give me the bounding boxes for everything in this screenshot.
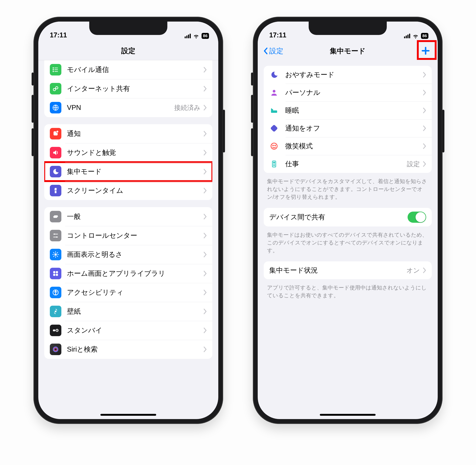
chevron-right-icon bbox=[203, 86, 207, 92]
row-siri[interactable]: Siriと検索 bbox=[44, 340, 212, 359]
row-focus-status[interactable]: 集中モード状況 オン bbox=[264, 261, 432, 279]
group-focus-modes: おやすみモードパーソナル睡眠通知をオフ微笑模式仕事設定 bbox=[264, 66, 432, 173]
row-label: 画面表示と明るさ bbox=[67, 250, 201, 259]
row-mobile[interactable]: モバイル通信 bbox=[44, 60, 212, 79]
row-label: スクリーンタイム bbox=[67, 186, 201, 195]
row-home[interactable]: ホーム画面とアプリライブラリ bbox=[44, 264, 212, 283]
wifi-icon bbox=[193, 33, 199, 39]
row-label: サウンドと触覚 bbox=[67, 148, 201, 157]
footer-text-2: 集中モードはお使いのすべてのデバイスで共有されているため、このデバイスでオンにす… bbox=[258, 231, 438, 254]
focus-row-smile[interactable]: 微笑模式 bbox=[264, 137, 432, 155]
chevron-right-icon bbox=[423, 72, 426, 77]
chevron-right-icon bbox=[423, 108, 426, 113]
chevron-right-icon bbox=[203, 271, 207, 276]
svg-rect-14 bbox=[53, 234, 58, 234]
notch bbox=[309, 21, 387, 35]
row-sounds[interactable]: サウンドと触覚 bbox=[44, 143, 212, 162]
chevron-right-icon bbox=[203, 169, 207, 174]
wallpaper-icon bbox=[50, 306, 61, 317]
page-title: 集中モード bbox=[330, 46, 366, 56]
row-label: ホーム画面とアプリライブラリ bbox=[67, 269, 201, 278]
svg-rect-18 bbox=[53, 271, 55, 273]
share-toggle[interactable] bbox=[408, 211, 426, 223]
chevron-right-icon bbox=[423, 268, 426, 273]
row-label: 通知をオフ bbox=[285, 124, 420, 133]
chevron-right-icon bbox=[203, 328, 207, 333]
row-label: 集中モード bbox=[67, 167, 201, 176]
battery-indicator: 86 bbox=[201, 33, 209, 39]
phone-right: 17:11 86 設定 集中モード おやすみモードパーソナル睡眠通知をオフ微笑模… bbox=[253, 17, 443, 424]
share-label: デバイス間で共有 bbox=[269, 212, 408, 222]
svg-rect-1 bbox=[54, 68, 58, 68]
row-label: 微笑模式 bbox=[285, 141, 420, 151]
focus-row-work[interactable]: 仕事設定 bbox=[264, 155, 432, 173]
focus-row-silence[interactable]: 通知をオフ bbox=[264, 119, 432, 137]
chevron-right-icon bbox=[423, 143, 426, 149]
row-screentime[interactable]: スクリーンタイム bbox=[44, 181, 212, 200]
row-notifications[interactable]: 通知 bbox=[44, 124, 212, 143]
home-indicator[interactable] bbox=[320, 414, 376, 416]
row-focus[interactable]: 集中モード bbox=[44, 162, 212, 181]
svg-point-10 bbox=[56, 130, 59, 133]
row-general[interactable]: 一般 bbox=[44, 207, 212, 226]
svg-point-17 bbox=[54, 254, 57, 256]
home-indicator[interactable] bbox=[100, 414, 156, 416]
nav-bar: 設定 集中モード bbox=[258, 42, 438, 60]
display-icon bbox=[50, 249, 61, 260]
svg-rect-20 bbox=[53, 274, 55, 276]
row-standby[interactable]: スタンバイ bbox=[44, 321, 212, 340]
focus-row-sleep[interactable]: 睡眠 bbox=[264, 102, 432, 119]
chevron-right-icon bbox=[203, 252, 207, 257]
svg-rect-16 bbox=[53, 237, 58, 237]
row-display[interactable]: 画面表示と明るさ bbox=[44, 245, 212, 264]
row-control-center[interactable]: コントロールセンター bbox=[44, 226, 212, 245]
svg-rect-11 bbox=[55, 188, 56, 190]
svg-rect-3 bbox=[54, 69, 58, 70]
focus-row-dnd[interactable]: おやすみモード bbox=[264, 66, 432, 84]
chevron-right-icon bbox=[203, 290, 207, 295]
screentime-icon bbox=[50, 185, 61, 196]
content[interactable]: おやすみモードパーソナル睡眠通知をオフ微笑模式仕事設定 集中モードでデバイスをカ… bbox=[258, 60, 438, 419]
hotspot-icon bbox=[50, 83, 61, 95]
back-label: 設定 bbox=[269, 46, 283, 56]
chevron-right-icon bbox=[423, 161, 426, 167]
vpn-icon bbox=[50, 102, 61, 113]
svg-rect-33 bbox=[270, 124, 278, 132]
siri-icon bbox=[50, 344, 61, 355]
notifications-icon bbox=[50, 128, 61, 139]
svg-point-0 bbox=[53, 67, 54, 68]
chevron-right-icon bbox=[203, 131, 207, 137]
row-label: スタンバイ bbox=[67, 326, 201, 335]
row-label: 一般 bbox=[67, 212, 201, 221]
row-label: コントロールセンター bbox=[67, 231, 201, 240]
mobile-icon bbox=[50, 64, 61, 75]
sounds-icon bbox=[50, 147, 61, 159]
back-button[interactable]: 設定 bbox=[263, 46, 283, 56]
status-time: 17:11 bbox=[50, 31, 67, 39]
signal-icon bbox=[404, 34, 410, 38]
nav-bar: 設定 bbox=[38, 42, 218, 60]
focus-row-personal[interactable]: パーソナル bbox=[264, 84, 432, 102]
add-button[interactable] bbox=[419, 44, 432, 57]
wifi-icon bbox=[413, 33, 419, 39]
group-share: デバイス間で共有 bbox=[264, 208, 432, 226]
status-label: 集中モード状況 bbox=[269, 266, 406, 275]
group-status: 集中モード状況 オン bbox=[264, 261, 432, 279]
chevron-right-icon bbox=[423, 90, 426, 95]
row-hotspot[interactable]: インターネット共有 bbox=[44, 79, 212, 98]
content[interactable]: モバイル通信インターネット共有VPN接続済み 通知サウンドと触覚集中モードスクリ… bbox=[38, 60, 218, 419]
svg-rect-12 bbox=[55, 191, 56, 193]
svg-rect-19 bbox=[56, 271, 58, 273]
row-wallpaper[interactable]: 壁紙 bbox=[44, 302, 212, 321]
group-network: モバイル通信インターネット共有VPN接続済み bbox=[44, 60, 212, 117]
svg-point-23 bbox=[55, 291, 56, 292]
svg-point-28 bbox=[54, 348, 57, 351]
row-accessibility[interactable]: アクセシビリティ bbox=[44, 283, 212, 302]
svg-point-29 bbox=[273, 90, 275, 93]
row-vpn[interactable]: VPN接続済み bbox=[44, 98, 212, 117]
chevron-right-icon bbox=[203, 67, 207, 73]
svg-rect-5 bbox=[54, 71, 58, 72]
chevron-right-icon bbox=[203, 347, 207, 352]
row-share[interactable]: デバイス間で共有 bbox=[264, 208, 432, 226]
personal-icon bbox=[269, 88, 279, 97]
